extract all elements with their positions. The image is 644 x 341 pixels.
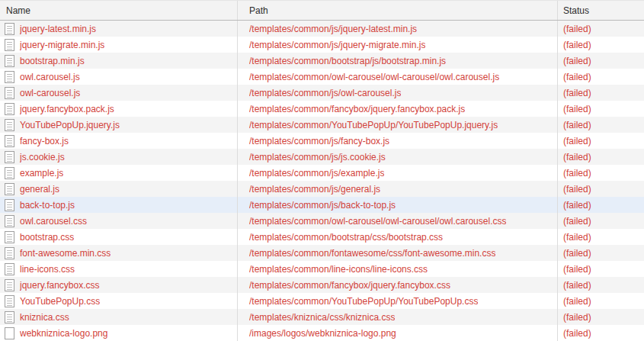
resource-path: /templates/common/fancybox/jquery.fancyb…: [249, 280, 450, 291]
table-row[interactable]: owl.carousel.js /templates/common/owl-ca…: [0, 69, 644, 85]
table-row[interactable]: general.js /templates/common/js/general.…: [0, 181, 644, 197]
table-row[interactable]: kniznica.css /templates/kniznica/css/kni…: [0, 309, 644, 325]
resource-path: /images/logos/webkniznica-logo.png: [249, 328, 396, 339]
resource-name: line-icons.css: [20, 264, 75, 275]
name-cell: webkniznica-logo.png: [0, 325, 238, 341]
name-cell: kniznica.css: [0, 309, 238, 325]
path-cell: /templates/common/fancybox/jquery.fancyb…: [238, 101, 558, 117]
status-cell: (failed): [558, 181, 644, 197]
document-text-icon: [5, 247, 14, 259]
resource-status: (failed): [563, 280, 591, 291]
name-cell: owl-carousel.js: [0, 85, 238, 101]
name-cell: YouTubePopUp.css: [0, 293, 238, 309]
status-cell: (failed): [558, 133, 644, 149]
resource-name: bootstrap.css: [20, 232, 74, 243]
path-cell: /templates/common/js/jquery-migrate.min.…: [238, 37, 558, 53]
resource-path: /templates/common/YouTubePopUp/YouTubePo…: [249, 296, 478, 307]
name-cell: owl.carousel.css: [0, 213, 238, 229]
resource-path: /templates/kniznica/css/kniznica.css: [249, 312, 395, 323]
document-text-icon: [5, 215, 14, 227]
document-text-icon: [5, 183, 14, 195]
resource-name: example.js: [20, 168, 63, 179]
document-text-icon: [5, 295, 14, 307]
resource-path: /templates/common/js/js.cookie.js: [249, 152, 386, 162]
path-cell: /images/logos/webkniznica-logo.png: [238, 325, 558, 341]
resource-path: /templates/common/js/example.js: [249, 168, 384, 179]
table-row[interactable]: back-to-top.js /templates/common/js/back…: [0, 197, 644, 213]
table-row[interactable]: font-awesome.min.css /templates/common/f…: [0, 245, 644, 261]
network-resource-table: Name Path Status jquery-latest.min.js /t…: [0, 0, 644, 341]
table-row[interactable]: YouTubePopUp.jquery.js /templates/common…: [0, 117, 644, 133]
status-cell: (failed): [558, 53, 644, 69]
resource-name: owl-carousel.js: [20, 88, 80, 98]
document-text-icon: [5, 103, 14, 115]
table-row[interactable]: owl-carousel.js /templates/common/js/owl…: [0, 85, 644, 101]
resource-name: jquery-migrate.min.js: [20, 40, 104, 50]
path-cell: /templates/common/bootstrap/js/bootstrap…: [238, 53, 558, 69]
path-cell: /templates/common/js/owl-carousel.js: [238, 85, 558, 101]
resource-path: /templates/common/fontawesome/css/font-a…: [249, 248, 495, 259]
resource-path: /templates/common/js/fancy-box.js: [249, 136, 389, 146]
table-row[interactable]: jquery-latest.min.js /templates/common/j…: [0, 21, 644, 37]
document-text-icon: [5, 71, 14, 83]
resource-name: font-awesome.min.css: [20, 248, 111, 259]
resource-status: (failed): [563, 184, 591, 195]
resource-name: jquery-latest.min.js: [20, 24, 96, 34]
name-cell: owl.carousel.js: [0, 69, 238, 85]
status-cell: (failed): [558, 229, 644, 245]
column-header-path[interactable]: Path: [238, 1, 558, 20]
column-header-name[interactable]: Name: [0, 1, 238, 20]
table-row[interactable]: webkniznica-logo.png /images/logos/webkn…: [0, 325, 644, 341]
resource-name: fancy-box.js: [20, 136, 69, 146]
name-cell: bootstrap.min.js: [0, 53, 238, 69]
table-row[interactable]: bootstrap.min.js /templates/common/boots…: [0, 53, 644, 69]
resource-status: (failed): [563, 312, 591, 323]
resource-path: /templates/common/js/back-to-top.js: [249, 200, 396, 211]
table-row[interactable]: YouTubePopUp.css /templates/common/YouTu…: [0, 293, 644, 309]
table-row[interactable]: jquery.fancybox.css /templates/common/fa…: [0, 277, 644, 293]
status-cell: (failed): [558, 293, 644, 309]
document-text-icon: [5, 311, 14, 323]
status-cell: (failed): [558, 197, 644, 213]
path-cell: /templates/common/js/jquery-latest.min.j…: [238, 21, 558, 37]
name-cell: jquery-latest.min.js: [0, 21, 238, 37]
table-row[interactable]: bootstrap.css /templates/common/bootstra…: [0, 229, 644, 245]
table-row[interactable]: jquery.fancybox.pack.js /templates/commo…: [0, 101, 644, 117]
resource-name: webkniznica-logo.png: [20, 328, 107, 339]
table-row[interactable]: owl.carousel.css /templates/common/owl-c…: [0, 213, 644, 229]
resource-name: YouTubePopUp.jquery.js: [20, 120, 120, 130]
resource-status: (failed): [563, 232, 591, 243]
column-header-name-label: Name: [6, 5, 30, 16]
path-cell: /templates/common/YouTubePopUp/YouTubePo…: [238, 293, 558, 309]
status-cell: (failed): [558, 21, 644, 37]
status-cell: (failed): [558, 117, 644, 133]
name-cell: jquery.fancybox.pack.js: [0, 101, 238, 117]
status-cell: (failed): [558, 165, 644, 181]
name-cell: fancy-box.js: [0, 133, 238, 149]
resource-status: (failed): [563, 72, 591, 82]
table-row[interactable]: fancy-box.js /templates/common/js/fancy-…: [0, 133, 644, 149]
path-cell: /templates/common/js/example.js: [238, 165, 558, 181]
document-text-icon: [5, 135, 14, 147]
document-text-icon: [5, 199, 14, 211]
status-cell: (failed): [558, 309, 644, 325]
table-row[interactable]: jquery-migrate.min.js /templates/common/…: [0, 37, 644, 53]
path-cell: /templates/common/owl-carousel/owl-carou…: [238, 213, 558, 229]
resource-path: /templates/common/js/general.js: [249, 184, 380, 195]
resource-status: (failed): [563, 168, 591, 179]
name-cell: line-icons.css: [0, 261, 238, 277]
resource-path: /templates/common/line-icons/line-icons.…: [249, 264, 428, 275]
path-cell: /templates/common/bootstrap/css/bootstra…: [238, 229, 558, 245]
resource-path: /templates/common/js/jquery-migrate.min.…: [249, 40, 425, 50]
table-row[interactable]: line-icons.css /templates/common/line-ic…: [0, 261, 644, 277]
table-row[interactable]: example.js /templates/common/js/example.…: [0, 165, 644, 181]
path-cell: /templates/common/fontawesome/css/font-a…: [238, 245, 558, 261]
table-body: jquery-latest.min.js /templates/common/j…: [0, 21, 644, 341]
table-row[interactable]: js.cookie.js /templates/common/js/js.coo…: [0, 149, 644, 165]
resource-name: bootstrap.min.js: [20, 56, 85, 66]
name-cell: example.js: [0, 165, 238, 181]
path-cell: /templates/kniznica/css/kniznica.css: [238, 309, 558, 325]
resource-status: (failed): [563, 120, 591, 130]
resource-status: (failed): [563, 136, 591, 146]
column-header-status[interactable]: Status: [558, 1, 644, 20]
